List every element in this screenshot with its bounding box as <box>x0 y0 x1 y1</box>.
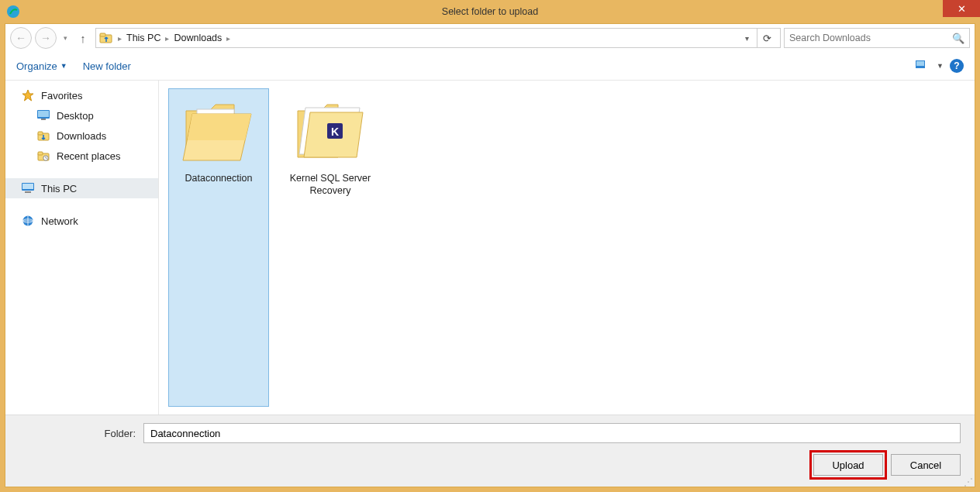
search-icon: 🔍 <box>952 33 964 44</box>
view-dropdown[interactable]: ▼ <box>937 62 944 70</box>
folder-label: Dataconnection <box>184 173 254 185</box>
chevron-right-icon: ▸ <box>165 34 169 43</box>
close-icon: ✕ <box>958 3 966 15</box>
dialog-window: Select folder to upload ✕ ← → ▾ ↑ <box>0 0 980 492</box>
folder-name-row: Folder: <box>19 423 961 443</box>
sidebar-item-label: Favorites <box>41 90 82 101</box>
client-area: ← → ▾ ↑ ▸ This PC <box>5 23 975 487</box>
downloads-icon <box>36 129 50 143</box>
svg-rect-7 <box>38 111 49 117</box>
folder-icon: K <box>292 92 369 170</box>
organize-menu[interactable]: Organize ▼ <box>16 60 67 72</box>
arrow-right-icon: → <box>40 32 51 44</box>
sidebar-item-network[interactable]: Network <box>5 211 158 231</box>
network-icon <box>21 214 35 228</box>
buttons-row: Upload Cancel <box>19 454 961 476</box>
recent-locations-button[interactable]: ▾ <box>60 27 71 49</box>
svg-rect-2 <box>100 33 105 36</box>
folder-name-input[interactable] <box>143 423 961 443</box>
content-area: Favorites Desktop Downloads <box>5 80 975 415</box>
sidebar-item-label: Network <box>41 215 78 227</box>
navigation-pane: Favorites Desktop Downloads <box>5 81 159 415</box>
search-input[interactable] <box>789 33 952 43</box>
computer-icon <box>21 181 35 195</box>
new-folder-button[interactable]: New folder <box>83 60 131 72</box>
command-bar: Organize ▼ New folder ▼ ? <box>5 52 975 80</box>
sidebar-item-label: Desktop <box>57 110 94 122</box>
desktop-icon <box>36 108 50 122</box>
folder-icon <box>180 92 257 170</box>
arrow-up-icon: ↑ <box>80 32 86 45</box>
svg-rect-8 <box>41 119 46 120</box>
titlebar: Select folder to upload ✕ <box>0 0 980 23</box>
breadcrumb-item[interactable]: This PC <box>126 33 160 43</box>
help-button[interactable]: ? <box>950 59 964 73</box>
sidebar-item-label: This PC <box>41 183 77 194</box>
svg-rect-15 <box>22 184 33 189</box>
refresh-button[interactable]: ⟳ <box>757 29 777 47</box>
sidebar-item-downloads[interactable]: Downloads <box>5 126 158 146</box>
chevron-right-icon: ▸ <box>118 34 122 43</box>
location-folder-icon <box>99 31 113 45</box>
folder-item[interactable]: Dataconnection <box>168 88 269 407</box>
dialog-footer: Folder: Upload Cancel ⋰ <box>5 415 975 487</box>
sidebar-item-this-pc[interactable]: This PC <box>5 178 158 198</box>
svg-rect-12 <box>38 152 43 155</box>
svg-rect-16 <box>25 191 31 193</box>
breadcrumb-item[interactable]: Downloads <box>174 33 222 43</box>
svg-rect-4 <box>916 61 924 66</box>
svg-text:K: K <box>331 126 339 138</box>
upload-button[interactable]: Upload <box>813 454 883 476</box>
sidebar-item-desktop[interactable]: Desktop <box>5 105 158 126</box>
folder-label: Folder: <box>19 428 136 439</box>
recent-icon <box>36 149 50 163</box>
file-area[interactable]: Dataconnection K Kernel SQL Server Recov… <box>159 81 975 415</box>
forward-button[interactable]: → <box>35 27 57 49</box>
back-button[interactable]: ← <box>10 27 32 49</box>
svg-rect-10 <box>38 132 43 135</box>
toolbar-right: ▼ ? <box>915 59 964 73</box>
up-button[interactable]: ↑ <box>74 29 92 47</box>
chevron-right-icon: ▸ <box>226 34 230 43</box>
folder-item[interactable]: K Kernel SQL Server Recovery <box>280 88 381 407</box>
chevron-down-icon: ▾ <box>745 34 749 43</box>
help-icon: ? <box>954 60 959 71</box>
sidebar-item-label: Downloads <box>57 130 106 142</box>
window-title: Select folder to upload <box>0 6 980 17</box>
chevron-down-icon: ▾ <box>64 34 67 42</box>
sidebar-item-label: Recent places <box>57 150 120 162</box>
folder-label: Kernel SQL Server Recovery <box>284 173 377 197</box>
search-box[interactable]: 🔍 <box>784 28 970 48</box>
sidebar-item-favorites[interactable]: Favorites <box>5 85 158 105</box>
star-icon <box>21 88 35 102</box>
svg-marker-5 <box>22 90 33 101</box>
sidebar-item-recent[interactable]: Recent places <box>5 146 158 166</box>
arrow-left-icon: ← <box>16 32 26 44</box>
resize-grip[interactable]: ⋰ <box>964 479 973 485</box>
view-options-button[interactable] <box>915 60 930 72</box>
chevron-down-icon: ▼ <box>60 62 67 70</box>
address-bar[interactable]: ▸ This PC ▸ Downloads ▸ ▾ ⟳ <box>95 28 781 48</box>
navigation-bar: ← → ▾ ↑ ▸ This PC <box>5 24 975 52</box>
address-dropdown[interactable]: ▾ <box>742 34 752 43</box>
organize-label: Organize <box>16 60 57 72</box>
refresh-icon: ⟳ <box>763 33 771 44</box>
close-button[interactable]: ✕ <box>943 0 980 17</box>
cancel-button[interactable]: Cancel <box>891 454 961 476</box>
